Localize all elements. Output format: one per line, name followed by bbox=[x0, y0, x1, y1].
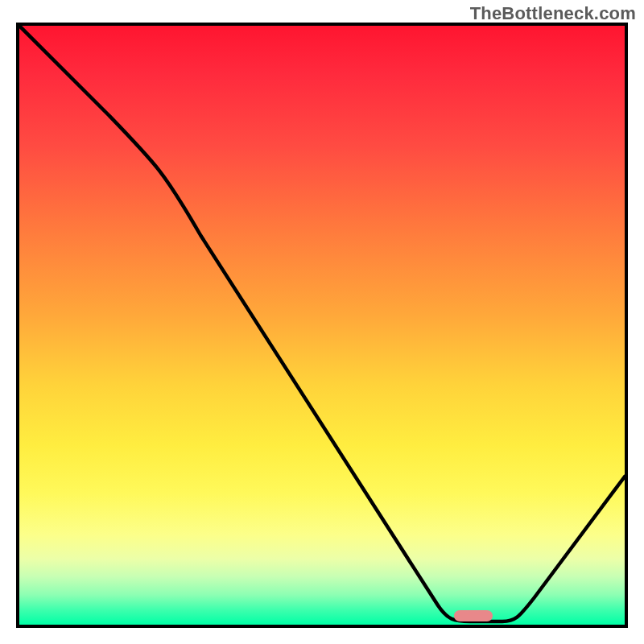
chart-root: TheBottleneck.com bbox=[0, 0, 644, 644]
watermark-label: TheBottleneck.com bbox=[470, 3, 636, 24]
optimal-marker bbox=[454, 610, 493, 621]
bottleneck-curve bbox=[19, 26, 625, 625]
plot-area bbox=[16, 23, 628, 628]
